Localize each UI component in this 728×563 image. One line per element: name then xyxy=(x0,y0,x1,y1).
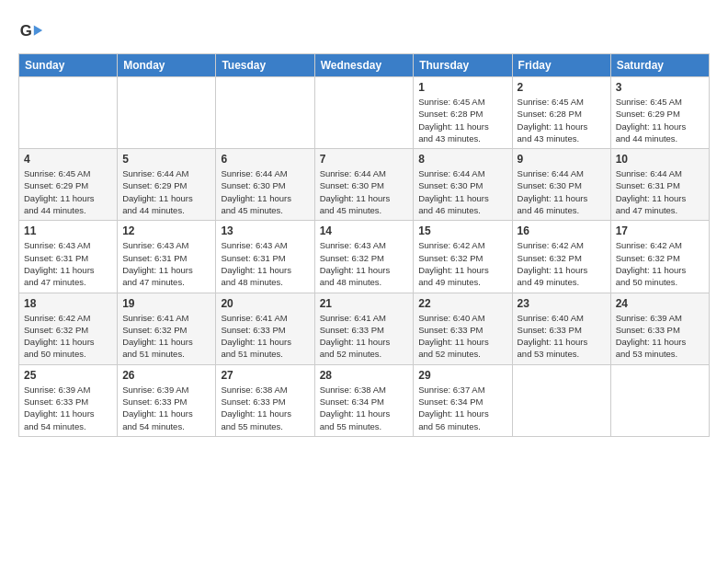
day-info: Sunrise: 6:45 AM Sunset: 6:29 PM Dayligh… xyxy=(616,96,704,144)
calendar-cell: 28Sunrise: 6:38 AM Sunset: 6:34 PM Dayli… xyxy=(314,364,414,436)
calendar-cell xyxy=(118,77,216,149)
calendar-cell: 1Sunrise: 6:45 AM Sunset: 6:28 PM Daylig… xyxy=(414,77,512,149)
day-info: Sunrise: 6:40 AM Sunset: 6:33 PM Dayligh… xyxy=(518,312,606,361)
day-number: 15 xyxy=(418,224,506,237)
calendar-cell: 26Sunrise: 6:39 AM Sunset: 6:33 PM Dayli… xyxy=(118,364,216,436)
day-number: 5 xyxy=(122,153,210,166)
calendar-cell: 16Sunrise: 6:42 AM Sunset: 6:32 PM Dayli… xyxy=(512,221,610,293)
day-info: Sunrise: 6:39 AM Sunset: 6:33 PM Dayligh… xyxy=(122,384,210,432)
calendar-cell xyxy=(610,364,709,436)
day-number: 18 xyxy=(24,297,112,310)
day-number: 16 xyxy=(518,224,606,237)
calendar-cell: 17Sunrise: 6:42 AM Sunset: 6:32 PM Dayli… xyxy=(610,221,709,293)
page-header: G xyxy=(18,18,710,44)
day-info: Sunrise: 6:37 AM Sunset: 6:34 PM Dayligh… xyxy=(418,384,506,432)
day-info: Sunrise: 6:42 AM Sunset: 6:32 PM Dayligh… xyxy=(24,312,112,361)
calendar-cell: 21Sunrise: 6:41 AM Sunset: 6:33 PM Dayli… xyxy=(314,293,414,364)
calendar-cell xyxy=(19,77,118,149)
day-number: 1 xyxy=(418,81,506,94)
day-number: 20 xyxy=(221,297,309,310)
calendar-cell: 12Sunrise: 6:43 AM Sunset: 6:31 PM Dayli… xyxy=(118,221,216,293)
day-info: Sunrise: 6:40 AM Sunset: 6:33 PM Dayligh… xyxy=(418,312,506,361)
calendar-header-thursday: Thursday xyxy=(414,54,512,77)
day-number: 19 xyxy=(122,297,210,310)
day-number: 22 xyxy=(418,297,506,310)
calendar-cell: 13Sunrise: 6:43 AM Sunset: 6:31 PM Dayli… xyxy=(216,221,314,293)
day-info: Sunrise: 6:42 AM Sunset: 6:32 PM Dayligh… xyxy=(616,239,704,288)
day-info: Sunrise: 6:42 AM Sunset: 6:32 PM Dayligh… xyxy=(518,239,606,288)
day-info: Sunrise: 6:43 AM Sunset: 6:31 PM Dayligh… xyxy=(221,239,309,288)
day-info: Sunrise: 6:44 AM Sunset: 6:31 PM Dayligh… xyxy=(616,167,704,216)
calendar-header-monday: Monday xyxy=(118,54,216,77)
svg-text:G: G xyxy=(20,22,32,40)
logo-icon: G xyxy=(18,18,44,44)
day-number: 17 xyxy=(616,224,704,237)
day-number: 14 xyxy=(320,224,409,237)
calendar-cell: 10Sunrise: 6:44 AM Sunset: 6:31 PM Dayli… xyxy=(610,149,709,221)
calendar-cell: 11Sunrise: 6:43 AM Sunset: 6:31 PM Dayli… xyxy=(19,221,118,293)
day-number: 29 xyxy=(418,369,506,382)
calendar-week-2: 4Sunrise: 6:45 AM Sunset: 6:29 PM Daylig… xyxy=(19,149,710,221)
calendar-header-friday: Friday xyxy=(512,54,610,77)
day-number: 27 xyxy=(221,369,309,382)
day-info: Sunrise: 6:44 AM Sunset: 6:30 PM Dayligh… xyxy=(221,167,309,216)
calendar-cell: 23Sunrise: 6:40 AM Sunset: 6:33 PM Dayli… xyxy=(512,293,610,364)
day-info: Sunrise: 6:44 AM Sunset: 6:30 PM Dayligh… xyxy=(518,167,606,216)
calendar-week-3: 11Sunrise: 6:43 AM Sunset: 6:31 PM Dayli… xyxy=(19,221,710,293)
calendar-cell: 22Sunrise: 6:40 AM Sunset: 6:33 PM Dayli… xyxy=(414,293,512,364)
day-info: Sunrise: 6:38 AM Sunset: 6:33 PM Dayligh… xyxy=(221,384,309,432)
calendar-week-5: 25Sunrise: 6:39 AM Sunset: 6:33 PM Dayli… xyxy=(19,364,710,436)
day-number: 24 xyxy=(616,297,704,310)
day-number: 11 xyxy=(24,224,112,237)
day-info: Sunrise: 6:41 AM Sunset: 6:32 PM Dayligh… xyxy=(122,312,210,361)
calendar-cell xyxy=(314,77,414,149)
day-number: 9 xyxy=(518,153,606,166)
day-info: Sunrise: 6:45 AM Sunset: 6:28 PM Dayligh… xyxy=(418,96,506,144)
day-number: 8 xyxy=(418,153,506,166)
calendar-cell: 15Sunrise: 6:42 AM Sunset: 6:32 PM Dayli… xyxy=(414,221,512,293)
calendar-cell: 7Sunrise: 6:44 AM Sunset: 6:30 PM Daylig… xyxy=(314,149,414,221)
calendar-header-wednesday: Wednesday xyxy=(314,54,414,77)
calendar-cell: 29Sunrise: 6:37 AM Sunset: 6:34 PM Dayli… xyxy=(414,364,512,436)
calendar-cell: 6Sunrise: 6:44 AM Sunset: 6:30 PM Daylig… xyxy=(216,149,314,221)
day-number: 6 xyxy=(221,153,309,166)
calendar-header-sunday: Sunday xyxy=(19,54,118,77)
day-number: 25 xyxy=(24,369,112,382)
calendar-cell: 8Sunrise: 6:44 AM Sunset: 6:30 PM Daylig… xyxy=(414,149,512,221)
calendar-cell: 19Sunrise: 6:41 AM Sunset: 6:32 PM Dayli… xyxy=(118,293,216,364)
calendar-cell: 2Sunrise: 6:45 AM Sunset: 6:28 PM Daylig… xyxy=(512,77,610,149)
day-number: 4 xyxy=(24,153,112,166)
day-number: 7 xyxy=(320,153,409,166)
day-number: 28 xyxy=(320,369,409,382)
svg-marker-1 xyxy=(34,25,42,35)
calendar-week-4: 18Sunrise: 6:42 AM Sunset: 6:32 PM Dayli… xyxy=(19,293,710,364)
day-info: Sunrise: 6:43 AM Sunset: 6:31 PM Dayligh… xyxy=(24,239,112,288)
day-number: 12 xyxy=(122,224,210,237)
calendar-cell: 27Sunrise: 6:38 AM Sunset: 6:33 PM Dayli… xyxy=(216,364,314,436)
day-number: 21 xyxy=(320,297,409,310)
day-info: Sunrise: 6:39 AM Sunset: 6:33 PM Dayligh… xyxy=(24,384,112,432)
day-info: Sunrise: 6:44 AM Sunset: 6:29 PM Dayligh… xyxy=(122,167,210,216)
day-number: 3 xyxy=(616,81,704,94)
calendar-cell: 14Sunrise: 6:43 AM Sunset: 6:32 PM Dayli… xyxy=(314,221,414,293)
calendar-cell xyxy=(512,364,610,436)
day-info: Sunrise: 6:44 AM Sunset: 6:30 PM Dayligh… xyxy=(418,167,506,216)
day-info: Sunrise: 6:41 AM Sunset: 6:33 PM Dayligh… xyxy=(320,312,409,361)
day-number: 10 xyxy=(616,153,704,166)
calendar-cell: 20Sunrise: 6:41 AM Sunset: 6:33 PM Dayli… xyxy=(216,293,314,364)
day-info: Sunrise: 6:42 AM Sunset: 6:32 PM Dayligh… xyxy=(418,239,506,288)
day-info: Sunrise: 6:43 AM Sunset: 6:32 PM Dayligh… xyxy=(320,239,409,288)
calendar-cell: 18Sunrise: 6:42 AM Sunset: 6:32 PM Dayli… xyxy=(19,293,118,364)
calendar-cell: 25Sunrise: 6:39 AM Sunset: 6:33 PM Dayli… xyxy=(19,364,118,436)
day-info: Sunrise: 6:44 AM Sunset: 6:30 PM Dayligh… xyxy=(320,167,409,216)
day-info: Sunrise: 6:45 AM Sunset: 6:29 PM Dayligh… xyxy=(24,167,112,216)
calendar-cell: 4Sunrise: 6:45 AM Sunset: 6:29 PM Daylig… xyxy=(19,149,118,221)
calendar-cell: 24Sunrise: 6:39 AM Sunset: 6:33 PM Dayli… xyxy=(610,293,709,364)
day-info: Sunrise: 6:41 AM Sunset: 6:33 PM Dayligh… xyxy=(221,312,309,361)
calendar-week-1: 1Sunrise: 6:45 AM Sunset: 6:28 PM Daylig… xyxy=(19,77,710,149)
day-number: 2 xyxy=(518,81,606,94)
calendar-cell: 9Sunrise: 6:44 AM Sunset: 6:30 PM Daylig… xyxy=(512,149,610,221)
logo: G xyxy=(18,18,48,44)
day-number: 23 xyxy=(518,297,606,310)
calendar-header-row: SundayMondayTuesdayWednesdayThursdayFrid… xyxy=(19,54,710,77)
